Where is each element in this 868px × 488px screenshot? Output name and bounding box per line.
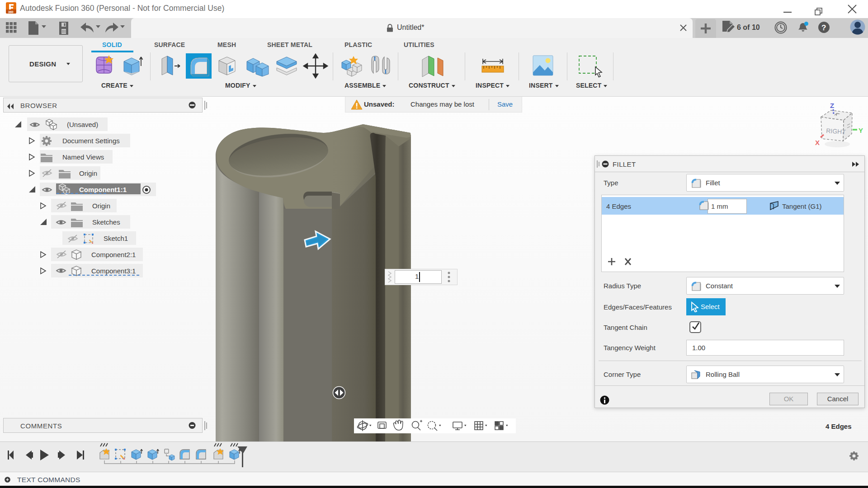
svg-text:Y: Y xyxy=(859,127,863,134)
svg-text:360: 360 xyxy=(8,10,14,14)
svg-text:RIGHT: RIGHT xyxy=(826,127,846,136)
svg-text:X: X xyxy=(815,139,820,146)
svg-text:?: ? xyxy=(821,23,826,32)
svg-text:Z: Z xyxy=(830,102,834,109)
